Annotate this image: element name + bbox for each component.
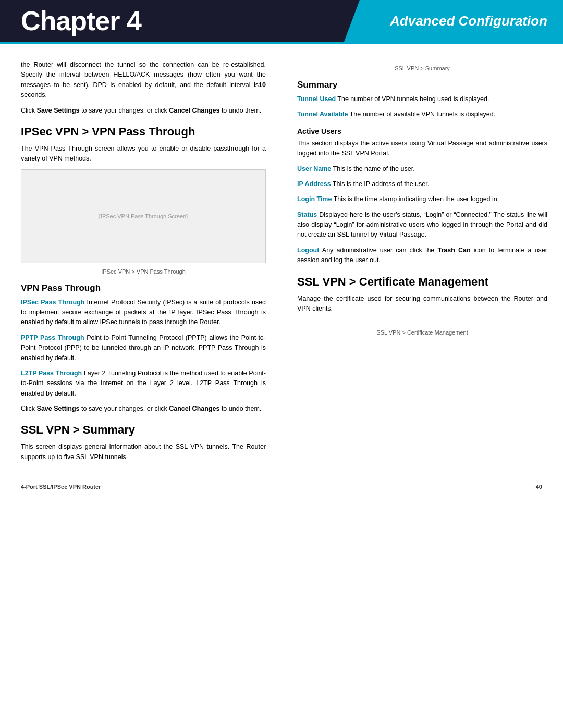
ssl-cert-intro: Manage the certificate used for securing… <box>297 294 547 314</box>
tunnel-available-paragraph: Tunnel Available The number of available… <box>297 109 547 119</box>
footer-product-name: 4-Port SSL/IPSec VPN Router <box>21 484 101 490</box>
save-settings-paragraph: Click Save Settings to save your changes… <box>21 106 266 116</box>
page-footer: 4-Port SSL/IPSec VPN Router 40 <box>0 478 563 495</box>
user-name-paragraph: User Name This is the name of the user. <box>297 164 547 174</box>
logout-paragraph: Logout Any administrative user can click… <box>297 245 547 266</box>
ssl-vpn-intro-paragraph: This screen displays general information… <box>21 442 266 462</box>
ipsec-pass-paragraph: IPSec Pass Through Internet Protocol Sec… <box>21 298 266 328</box>
active-users-intro: This section displays the active users u… <box>297 139 547 159</box>
pptp-pass-paragraph: PPTP Pass Through Point-to-Point Tunneli… <box>21 333 266 363</box>
ssl-cert-caption: SSL VPN > Certificate Management <box>297 329 547 336</box>
ipsec-section-heading: IPSec VPN > VPN Pass Through <box>21 125 266 139</box>
right-column: SSL VPN > Summary Summary Tunnel Used Th… <box>282 50 563 478</box>
left-column: the Router will disconnect the tunnel so… <box>0 50 282 478</box>
vpn-pass-through-heading: VPN Pass Through <box>21 283 266 293</box>
ssl-cert-heading: SSL VPN > Certificate Management <box>297 275 547 289</box>
intro-paragraph: the Router will disconnect the tunnel so… <box>21 60 266 101</box>
page: Chapter 4 Advanced Configuration the Rou… <box>0 0 563 728</box>
active-users-heading: Active Users <box>297 127 547 135</box>
footer-page-number: 40 <box>536 484 542 490</box>
summary-heading: Summary <box>297 80 547 90</box>
save-settings-paragraph2: Click Save Settings to save your changes… <box>21 404 266 414</box>
login-time-paragraph: Login Time This is the time stamp indica… <box>297 194 547 204</box>
status-paragraph: Status Displayed here is the user’s stat… <box>297 210 547 240</box>
l2tp-pass-paragraph: L2TP Pass Through Layer 2 Tunneling Prot… <box>21 368 266 399</box>
ip-address-paragraph: IP Address This is the IP address of the… <box>297 179 547 189</box>
ipsec-intro-paragraph: The VPN Pass Through screen allows you t… <box>21 144 266 164</box>
chapter-title: Chapter 4 <box>21 5 141 36</box>
main-content: the Router will disconnect the tunnel so… <box>0 44 563 478</box>
ssl-cert-caption-area: SSL VPN > Certificate Management <box>297 329 547 336</box>
ssl-vpn-summary-heading: SSL VPN > Summary <box>21 423 266 437</box>
ssl-vpn-caption: SSL VPN > Summary <box>297 65 547 71</box>
section-title-area: Advanced Configuration <box>344 0 563 42</box>
ipsec-screenshot-image: [IPSec VPN Pass Through Screen] <box>21 169 266 263</box>
ssl-vpn-caption-area: SSL VPN > Summary <box>297 65 547 71</box>
chapter-title-area: Chapter 4 <box>0 0 219 42</box>
ipsec-image-caption: IPSec VPN > VPN Pass Through <box>21 268 266 275</box>
tunnel-used-paragraph: Tunnel Used The number of VPN tunnels be… <box>297 94 547 104</box>
page-header: Chapter 4 Advanced Configuration <box>0 0 563 42</box>
section-title: Advanced Configuration <box>390 13 547 29</box>
